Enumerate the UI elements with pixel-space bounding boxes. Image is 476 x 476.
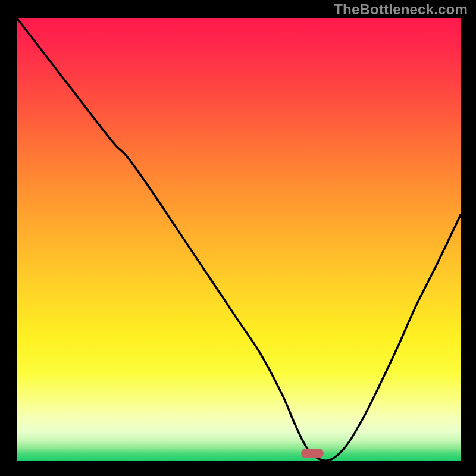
bottleneck-curve [17, 18, 461, 461]
watermark-text: TheBottleneck.com [334, 1, 468, 18]
plot-area [17, 18, 461, 461]
chart-frame: TheBottleneck.com [0, 0, 476, 476]
optimal-marker [301, 449, 324, 458]
